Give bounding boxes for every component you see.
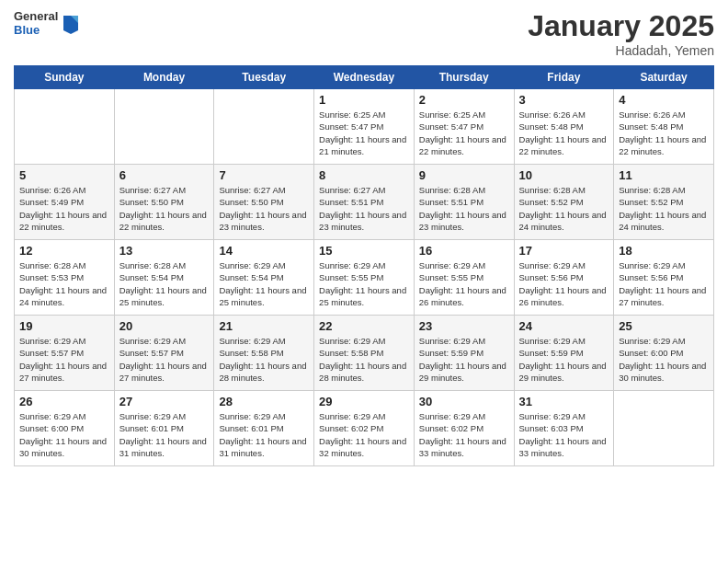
day-number: 24 [519, 319, 609, 333]
day-info: Sunrise: 6:29 AM Sunset: 5:58 PM Dayligh… [319, 335, 409, 384]
day-number: 3 [519, 93, 609, 107]
calendar-cell: 7Sunrise: 6:27 AM Sunset: 5:50 PM Daylig… [214, 165, 314, 240]
day-info: Sunrise: 6:29 AM Sunset: 5:55 PM Dayligh… [319, 259, 409, 308]
col-friday: Friday [514, 66, 614, 89]
day-number: 26 [19, 395, 109, 408]
logo-icon [62, 12, 80, 34]
day-number: 10 [519, 168, 609, 182]
col-tuesday: Tuesday [214, 66, 314, 89]
day-number: 27 [119, 395, 210, 408]
day-number: 6 [119, 168, 210, 182]
day-info: Sunrise: 6:29 AM Sunset: 6:00 PM Dayligh… [19, 410, 109, 459]
day-number: 4 [619, 93, 709, 107]
day-info: Sunrise: 6:29 AM Sunset: 5:54 PM Dayligh… [219, 259, 309, 308]
day-info: Sunrise: 6:29 AM Sunset: 6:02 PM Dayligh… [419, 410, 509, 459]
col-saturday: Saturday [614, 66, 714, 89]
day-number: 13 [119, 244, 210, 258]
calendar-cell: 6Sunrise: 6:27 AM Sunset: 5:50 PM Daylig… [114, 165, 214, 240]
calendar-cell: 25Sunrise: 6:29 AM Sunset: 6:00 PM Dayli… [614, 316, 714, 391]
day-number: 21 [219, 319, 309, 333]
day-info: Sunrise: 6:27 AM Sunset: 5:50 PM Dayligh… [119, 184, 210, 233]
calendar-week-row: 5Sunrise: 6:26 AM Sunset: 5:49 PM Daylig… [15, 165, 714, 240]
day-info: Sunrise: 6:28 AM Sunset: 5:53 PM Dayligh… [19, 259, 109, 308]
calendar-cell [614, 391, 714, 466]
day-number: 20 [119, 319, 210, 333]
calendar-cell: 30Sunrise: 6:29 AM Sunset: 6:02 PM Dayli… [414, 391, 514, 466]
calendar-cell: 8Sunrise: 6:27 AM Sunset: 5:51 PM Daylig… [314, 165, 415, 240]
day-info: Sunrise: 6:29 AM Sunset: 6:03 PM Dayligh… [519, 410, 609, 459]
calendar-cell: 27Sunrise: 6:29 AM Sunset: 6:01 PM Dayli… [114, 391, 214, 466]
logo: General Blue [14, 9, 80, 37]
col-thursday: Thursday [414, 66, 514, 89]
day-info: Sunrise: 6:29 AM Sunset: 5:57 PM Dayligh… [19, 335, 109, 384]
day-number: 9 [419, 168, 509, 182]
calendar-cell: 26Sunrise: 6:29 AM Sunset: 6:00 PM Dayli… [15, 391, 115, 466]
calendar-cell: 19Sunrise: 6:29 AM Sunset: 5:57 PM Dayli… [15, 316, 115, 391]
calendar-cell: 13Sunrise: 6:28 AM Sunset: 5:54 PM Dayli… [114, 240, 214, 316]
day-info: Sunrise: 6:29 AM Sunset: 5:59 PM Dayligh… [519, 335, 609, 384]
day-info: Sunrise: 6:28 AM Sunset: 5:54 PM Dayligh… [119, 259, 210, 308]
day-number: 11 [619, 168, 709, 182]
calendar-cell: 15Sunrise: 6:29 AM Sunset: 5:55 PM Dayli… [314, 240, 415, 316]
calendar-cell: 24Sunrise: 6:29 AM Sunset: 5:59 PM Dayli… [514, 316, 614, 391]
calendar-week-row: 12Sunrise: 6:28 AM Sunset: 5:53 PM Dayli… [15, 240, 714, 316]
logo-blue: Blue [14, 23, 58, 37]
day-info: Sunrise: 6:29 AM Sunset: 5:56 PM Dayligh… [519, 259, 609, 308]
day-info: Sunrise: 6:26 AM Sunset: 5:48 PM Dayligh… [519, 109, 609, 157]
calendar-cell: 18Sunrise: 6:29 AM Sunset: 5:56 PM Dayli… [614, 240, 714, 316]
day-number: 30 [419, 395, 509, 408]
day-number: 1 [319, 93, 409, 107]
day-number: 31 [519, 395, 609, 408]
day-number: 2 [419, 93, 509, 107]
col-wednesday: Wednesday [314, 66, 415, 89]
day-number: 29 [319, 395, 409, 408]
calendar-cell: 3Sunrise: 6:26 AM Sunset: 5:48 PM Daylig… [514, 89, 614, 165]
calendar-cell: 9Sunrise: 6:28 AM Sunset: 5:51 PM Daylig… [414, 165, 514, 240]
logo-general: General [14, 9, 58, 23]
calendar-cell: 29Sunrise: 6:29 AM Sunset: 6:02 PM Dayli… [314, 391, 415, 466]
calendar-week-row: 26Sunrise: 6:29 AM Sunset: 6:00 PM Dayli… [15, 391, 714, 466]
title-block: January 2025 Hadadah, Yemen [528, 9, 714, 58]
calendar-cell: 17Sunrise: 6:29 AM Sunset: 5:56 PM Dayli… [514, 240, 614, 316]
calendar-cell: 1Sunrise: 6:25 AM Sunset: 5:47 PM Daylig… [314, 89, 415, 165]
calendar-cell: 12Sunrise: 6:28 AM Sunset: 5:53 PM Dayli… [15, 240, 115, 316]
day-number: 8 [319, 168, 409, 182]
calendar-cell [15, 89, 115, 165]
calendar-cell: 2Sunrise: 6:25 AM Sunset: 5:47 PM Daylig… [414, 89, 514, 165]
header: General Blue January 2025 Hadadah, Yemen [14, 9, 714, 58]
day-info: Sunrise: 6:29 AM Sunset: 5:59 PM Dayligh… [419, 335, 509, 384]
calendar-header-row: Sunday Monday Tuesday Wednesday Thursday… [15, 66, 714, 89]
calendar-cell: 20Sunrise: 6:29 AM Sunset: 5:57 PM Dayli… [114, 316, 214, 391]
day-info: Sunrise: 6:25 AM Sunset: 5:47 PM Dayligh… [419, 109, 509, 157]
col-monday: Monday [114, 66, 214, 89]
day-number: 28 [219, 395, 309, 408]
page: General Blue January 2025 Hadadah, Yemen… [0, 0, 728, 563]
day-number: 7 [219, 168, 309, 182]
day-info: Sunrise: 6:28 AM Sunset: 5:52 PM Dayligh… [519, 184, 609, 233]
day-number: 18 [619, 244, 709, 258]
day-info: Sunrise: 6:28 AM Sunset: 5:51 PM Dayligh… [419, 184, 509, 233]
calendar-week-row: 19Sunrise: 6:29 AM Sunset: 5:57 PM Dayli… [15, 316, 714, 391]
day-number: 22 [319, 319, 409, 333]
calendar-cell: 4Sunrise: 6:26 AM Sunset: 5:48 PM Daylig… [614, 89, 714, 165]
day-number: 5 [19, 168, 109, 182]
day-info: Sunrise: 6:26 AM Sunset: 5:49 PM Dayligh… [19, 184, 109, 233]
day-number: 19 [19, 319, 109, 333]
day-info: Sunrise: 6:28 AM Sunset: 5:52 PM Dayligh… [619, 184, 709, 233]
day-info: Sunrise: 6:29 AM Sunset: 6:02 PM Dayligh… [319, 410, 409, 459]
day-number: 17 [519, 244, 609, 258]
day-info: Sunrise: 6:29 AM Sunset: 5:57 PM Dayligh… [119, 335, 210, 384]
calendar-cell [114, 89, 214, 165]
logo-text: General Blue [14, 9, 58, 37]
calendar-cell: 5Sunrise: 6:26 AM Sunset: 5:49 PM Daylig… [15, 165, 115, 240]
calendar-cell: 23Sunrise: 6:29 AM Sunset: 5:59 PM Dayli… [414, 316, 514, 391]
calendar-cell: 28Sunrise: 6:29 AM Sunset: 6:01 PM Dayli… [214, 391, 314, 466]
day-number: 15 [319, 244, 409, 258]
day-number: 14 [219, 244, 309, 258]
calendar-week-row: 1Sunrise: 6:25 AM Sunset: 5:47 PM Daylig… [15, 89, 714, 165]
day-number: 25 [619, 319, 709, 333]
day-number: 16 [419, 244, 509, 258]
calendar-cell: 14Sunrise: 6:29 AM Sunset: 5:54 PM Dayli… [214, 240, 314, 316]
calendar-cell: 10Sunrise: 6:28 AM Sunset: 5:52 PM Dayli… [514, 165, 614, 240]
day-info: Sunrise: 6:26 AM Sunset: 5:48 PM Dayligh… [619, 109, 709, 157]
